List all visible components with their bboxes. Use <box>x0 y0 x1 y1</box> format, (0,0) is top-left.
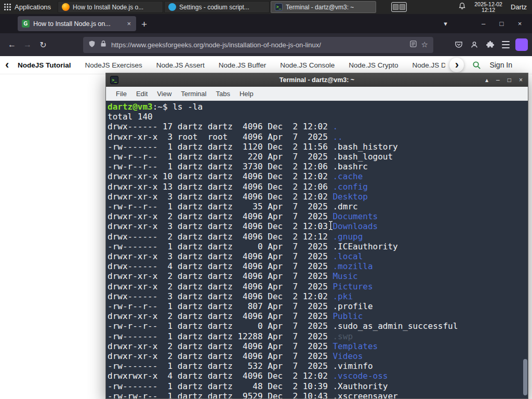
window-minimize-button[interactable]: – <box>474 20 493 28</box>
clock-date: 2025-12-02 <box>474 2 502 7</box>
terminal-title: Terminal - dartz@vm3: ~ <box>106 76 528 84</box>
terminal-line: total 140 <box>108 112 153 122</box>
terminal-line: -rw-r--r-- 1 dartz dartz 807 Apr 7 2025 … <box>108 301 373 311</box>
window-maximize-button[interactable]: □ <box>493 20 511 28</box>
nav-item-nodejs-exercises[interactable]: NodeJS Exercises <box>85 61 142 69</box>
navigation-toolbar: ← → ↻ https://www.geeksforgeeks.org/node… <box>0 33 532 56</box>
terminal-icon: >_ <box>275 3 283 11</box>
terminal-line: drwxr-xr-x 10 dartz dartz 4096 Dec 2 12:… <box>108 171 363 181</box>
terminal-line: drwxr-xr-x 2 dartz dartz 4096 Apr 7 2025… <box>108 351 363 361</box>
menu-tabs[interactable]: Tabs <box>211 90 234 98</box>
sign-in-button[interactable]: Sign In <box>489 61 512 69</box>
url-text[interactable]: https://www.geeksforgeeks.org/node-js/in… <box>111 41 405 49</box>
menu-button[interactable] <box>498 37 513 52</box>
terminal-close-button[interactable]: × <box>519 76 523 84</box>
terminal-body[interactable]: dartz@vm3:~$ ls -la total 140 drwx------… <box>106 101 528 398</box>
workspace-switcher[interactable] <box>391 2 407 12</box>
panel-username: Dartz <box>511 3 527 11</box>
terminal-scrollbar[interactable] <box>522 101 528 398</box>
extensions-puzzle-icon[interactable] <box>482 37 498 52</box>
tab-title: How to Install Node.js on... <box>33 20 122 28</box>
terminal-window: >_ Terminal - dartz@vm3: ~ ▴ – □ × File … <box>105 73 528 399</box>
applications-menu-button[interactable]: Applications <box>0 0 57 14</box>
menu-help[interactable]: Help <box>235 90 258 98</box>
terminal-menubar: File Edit View Terminal Tabs Help <box>106 87 528 101</box>
https-lock-icon[interactable] <box>100 40 107 49</box>
terminal-line: -rw------- 1 dartz dartz 532 Apr 7 2025 … <box>108 361 373 371</box>
nav-next-icon: › <box>455 59 459 71</box>
menu-edit[interactable]: Edit <box>131 90 152 98</box>
browser-tab-active[interactable]: G How to Install Node.js on... × <box>18 16 136 31</box>
terminal-line: drwxr-xr-x 13 dartz dartz 4096 Dec 2 12:… <box>108 182 368 192</box>
terminal-line: drwxr-xr-x 3 dartz dartz 4096 Dec 2 12:0… <box>108 192 368 202</box>
window-controls: ▾ – □ × <box>436 14 529 33</box>
list-all-tabs-button[interactable]: ▾ <box>436 20 455 28</box>
url-bar[interactable]: https://www.geeksforgeeks.org/node-js/in… <box>83 37 433 53</box>
nav-next-button[interactable]: › <box>449 58 464 72</box>
terminal-minimize-button[interactable]: – <box>496 76 500 84</box>
taskbar-item-codium[interactable]: Settings - codium script... <box>164 1 270 13</box>
terminal-line: -rw-r--r-- 1 dartz dartz 35 Apr 7 2025 .… <box>108 202 358 211</box>
nav-items: NodeJS Tutorial NodeJS Exercises Node.JS… <box>18 61 445 69</box>
reader-mode-icon[interactable] <box>410 40 417 49</box>
taskbar-item-label: How to Install Node.js o... <box>73 4 143 11</box>
tracking-protection-shield-icon[interactable] <box>88 40 96 50</box>
back-button[interactable]: ← <box>4 40 20 49</box>
clock-time: 12:12 <box>474 7 502 13</box>
terminal-line: -rw------- 1 dartz dartz 12288 Apr 7 202… <box>108 331 353 341</box>
forward-button[interactable]: → <box>20 40 35 49</box>
terminal-titlebar[interactable]: >_ Terminal - dartz@vm3: ~ ▴ – □ × <box>106 73 528 87</box>
terminal-line: -rw-r--r-- 1 dartz dartz 3730 Dec 2 12:0… <box>108 162 368 171</box>
new-tab-button[interactable]: + <box>141 19 147 29</box>
terminal-line: -rw-rw-r-- 1 dartz dartz 9529 Dec 2 10:4… <box>108 391 398 398</box>
terminal-line: -rw-r--r-- 1 dartz dartz 0 Apr 7 2025 .s… <box>108 321 458 331</box>
nav-item-nodejs-buffer[interactable]: Node.JS Buffer <box>219 61 266 69</box>
terminal-scrollbar-thumb[interactable] <box>523 359 527 395</box>
account-icon[interactable] <box>467 37 482 52</box>
top-panel: Applications How to Install Node.js o...… <box>0 0 532 14</box>
taskbar-item-label: Terminal - dartz@vm3: ~ <box>286 4 354 11</box>
terminal-line: -rw-r--r-- 1 dartz dartz 220 Apr 7 2025 … <box>108 152 393 162</box>
menu-terminal[interactable]: Terminal <box>176 90 211 98</box>
terminal-line: drwxr-xr-x 3 dartz dartz 4096 Dec 2 12:0… <box>108 221 378 231</box>
terminal-line: drwxr-xr-x 2 dartz dartz 4096 Apr 7 2025… <box>108 311 363 321</box>
panel-clock[interactable]: 2025-12-02 12:12 <box>474 2 502 13</box>
terminal-line: drwx------ 2 dartz dartz 4096 Dec 2 12:1… <box>108 232 363 242</box>
extension-icon[interactable] <box>515 38 528 51</box>
nav-item-nodejs-dns[interactable]: Node.JS DNS <box>413 61 446 69</box>
terminal-line: drwxr-xr-x 3 root root 4096 Apr 7 2025 .… <box>108 132 343 142</box>
nav-item-nodejs-tutorial[interactable]: NodeJS Tutorial <box>18 61 71 69</box>
nav-item-nodejs-assert[interactable]: Node.JS Assert <box>156 61 205 69</box>
bookmark-star-icon[interactable]: ☆ <box>421 40 428 49</box>
terminal-shade-button[interactable]: ▴ <box>485 76 488 84</box>
taskbar-item-terminal[interactable]: >_ Terminal - dartz@vm3: ~ <box>271 1 376 13</box>
codium-icon <box>168 3 176 11</box>
gfg-subnav-bar: ‹ NodeJS Tutorial NodeJS Exercises Node.… <box>0 56 532 74</box>
terminal-line: drwxr-xr-x 2 dartz dartz 4096 Apr 7 2025… <box>108 211 378 221</box>
reload-button[interactable]: ↻ <box>35 40 51 50</box>
menu-view[interactable]: View <box>152 90 176 98</box>
terminal-line: drwxr-xr-x 3 dartz dartz 4096 Apr 7 2025… <box>108 251 363 261</box>
applications-grid-icon <box>4 4 11 10</box>
terminal-line: drwx------ 3 dartz dartz 4096 Dec 2 12:0… <box>108 291 353 301</box>
terminal-app-icon: >_ <box>110 76 118 84</box>
taskbar-item-firefox[interactable]: How to Install Node.js o... <box>58 1 163 13</box>
taskbar-item-label: Settings - codium script... <box>179 4 249 11</box>
terminal-maximize-button[interactable]: □ <box>508 76 511 84</box>
save-to-pocket-icon[interactable] <box>451 37 467 52</box>
system-tray: 2025-12-02 12:12 Dartz <box>458 2 532 13</box>
search-icon[interactable] <box>472 61 481 70</box>
nav-item-nodejs-crypto[interactable]: Node.JS Crypto <box>349 61 398 69</box>
tab-close-button[interactable]: × <box>126 20 132 28</box>
terminal-output[interactable]: dartz@vm3:~$ ls -la total 140 drwx------… <box>106 101 528 398</box>
nav-prev-icon[interactable]: ‹ <box>5 59 14 71</box>
terminal-line: drwx------ 17 dartz dartz 4096 Dec 2 12:… <box>108 122 338 131</box>
page-favicon: G <box>22 20 30 28</box>
tab-bar: G How to Install Node.js on... × + ▾ – □… <box>0 14 532 33</box>
notifications-bell-icon[interactable] <box>458 2 466 12</box>
menu-file[interactable]: File <box>111 90 131 98</box>
terminal-line: -rw------- 1 dartz dartz 0 Apr 7 2025 .I… <box>108 242 398 251</box>
nav-item-nodejs-console[interactable]: Node.JS Console <box>280 61 335 69</box>
terminal-line: dartz@vm3:~$ ls -la <box>108 102 203 112</box>
window-close-button[interactable]: × <box>511 20 529 28</box>
